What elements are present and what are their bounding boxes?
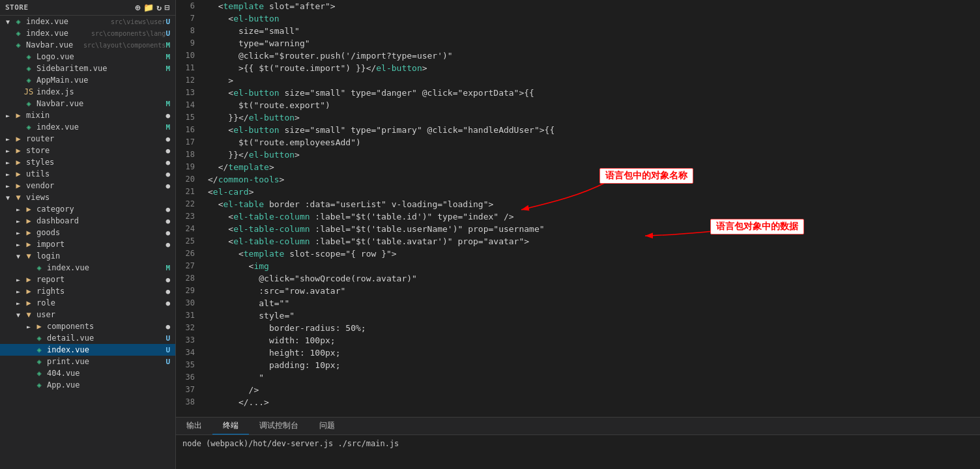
code-line-20: 20</common-tools>: [176, 173, 980, 186]
panel-tab-终端[interactable]: 终端: [212, 418, 249, 434]
tree-item-report[interactable]: ►▶report●: [0, 274, 175, 285]
arrow-closed: ►: [3, 159, 13, 166]
collapse-icon[interactable]: ⊟: [165, 3, 170, 12]
line-text: width: 100px;: [205, 334, 980, 347]
new-folder-icon[interactable]: 📁: [143, 3, 154, 12]
tree-item-index_vue[interactable]: ◈index.vuesrc\components\langU: [0, 27, 175, 39]
arrow-closed: ►: [13, 229, 23, 236]
arrow-closed: ►: [3, 112, 13, 119]
file-label: views: [26, 193, 175, 202]
code-line-38: 38 </...>: [176, 396, 980, 408]
tree-item-Navbar_vue[interactable]: ◈Navbar.vueM: [0, 98, 175, 109]
line-text: padding: 10px;: [205, 359, 980, 371]
refresh-icon[interactable]: ↻: [156, 3, 162, 12]
tree-item-Navbar_vue[interactable]: ◈Navbar.vuesrc\layout\componentsM: [0, 39, 175, 51]
file-label: vendor: [26, 181, 166, 190]
code-line-35: 35 padding: 10px;: [176, 359, 980, 371]
tree-item-category[interactable]: ►▶category●: [0, 203, 175, 215]
tree-item-Sidebaritem_vue[interactable]: ◈Sidebaritem.vueM: [0, 63, 175, 74]
badge-dot: ●: [166, 299, 170, 307]
file-label: dashboard: [36, 216, 166, 225]
line-text: <img: [205, 260, 980, 272]
code-line-7: 7 <el-button: [176, 12, 980, 25]
line-text: <template slot="after">: [205, 0, 980, 12]
tree-item-rights[interactable]: ►▶rights●: [0, 285, 175, 297]
line-text: alt="": [205, 297, 980, 309]
arrow-open: ▼: [13, 311, 23, 319]
tree-item-store[interactable]: ►▶store●: [0, 145, 175, 156]
code-line-24: 24 <el-table-column :label="$t('table.us…: [176, 223, 980, 235]
file-label: Navbar.vue: [36, 99, 166, 108]
panel-tab-输出[interactable]: 输出: [176, 418, 212, 434]
tree-item-import[interactable]: ►▶import●: [0, 238, 175, 250]
tree-item-goods[interactable]: ►▶goods●: [0, 227, 175, 238]
tree-item-App_vue[interactable]: ◈App.vue: [0, 379, 175, 391]
tree-item-AppMain_vue[interactable]: ◈AppMain.vue: [0, 74, 175, 86]
tree-item-dashboard[interactable]: ►▶dashboard●: [0, 215, 175, 227]
tree-item-styles[interactable]: ►▶styles●: [0, 156, 175, 168]
panel-content: node (webpack)/hot/dev-server.js ./src/m…: [176, 435, 980, 469]
panel-tab-调试控制台[interactable]: 调试控制台: [249, 418, 309, 434]
tree-item-Logo_vue[interactable]: ◈Logo.vueM: [0, 51, 175, 63]
tree-item-views[interactable]: ▼▼views: [0, 192, 175, 203]
file-label: Sidebaritem.vue: [36, 64, 166, 73]
tree-item-vendor[interactable]: ►▶vendor●: [0, 180, 175, 192]
store-header: STORE ⊕ 📁 ↻ ⊟: [0, 0, 175, 16]
line-number: 8: [176, 25, 205, 37]
file-icon: JS: [23, 87, 34, 96]
arrow-open: ▼: [3, 18, 13, 25]
line-number: 7: [176, 12, 205, 25]
code-editor[interactable]: 6 <template slot="after">7 <el-button8 s…: [176, 0, 980, 408]
code-line-31: 31 style=": [176, 309, 980, 322]
tree-item-user[interactable]: ▼▼user: [0, 309, 175, 320]
arrow-open: ▼: [13, 253, 23, 260]
tree-item-index_vue[interactable]: ◈index.vueM: [0, 262, 175, 274]
file-icon: ▼: [23, 310, 34, 319]
tree-item-index_vue[interactable]: ◈index.vueM: [0, 121, 175, 133]
arrow-closed: ►: [13, 241, 23, 248]
line-text: style=": [205, 309, 980, 322]
code-line-26: 26 <template slot-scope="{ row }">: [176, 248, 980, 260]
tree-item-components[interactable]: ►▶components●: [0, 320, 175, 332]
code-line-23: 23 <el-table-column :label="$t('table.id…: [176, 210, 980, 223]
file-icon: ◈: [34, 345, 44, 354]
badge-dot: ●: [166, 217, 170, 225]
line-number: 23: [176, 210, 205, 223]
line-number: 27: [176, 260, 205, 272]
tree-item-print_vue[interactable]: ◈print.vueU: [0, 356, 175, 367]
arrow-open: ▼: [3, 194, 13, 201]
file-icon: ◈: [34, 380, 44, 390]
line-number: 33: [176, 334, 205, 347]
arrow-closed: ►: [13, 218, 23, 225]
tree-item-role[interactable]: ►▶role●: [0, 297, 175, 309]
tree-item-index_vue[interactable]: ▼◈index.vuesrc\views\userU: [0, 16, 175, 27]
panel-tab-问题[interactable]: 问题: [309, 418, 345, 434]
store-actions: ⊕ 📁 ↻ ⊟: [136, 3, 170, 12]
code-line-34: 34 height: 100px;: [176, 347, 980, 359]
tree-item-detail_vue[interactable]: ◈detail.vueU: [0, 332, 175, 344]
code-line-15: 15 }}</el-button>: [176, 111, 980, 124]
file-icon: ▶: [13, 111, 23, 120]
line-text: :src="row.avatar": [205, 285, 980, 297]
tree-item-router[interactable]: ►▶router●: [0, 133, 175, 145]
line-number: 29: [176, 285, 205, 297]
bottom-panel: 输出终端调试控制台问题 node (webpack)/hot/dev-serve…: [176, 417, 980, 469]
file-label: rights: [36, 287, 166, 296]
tree-item-mixin[interactable]: ►▶mixin●: [0, 109, 175, 121]
file-label: index.vue: [26, 17, 108, 26]
line-text: <el-table-column :label="$t('table.avata…: [205, 235, 980, 248]
tree-item-utils[interactable]: ►▶utils●: [0, 168, 175, 180]
tree-item-login[interactable]: ▼▼login: [0, 250, 175, 262]
code-line-37: 37 />: [176, 384, 980, 396]
line-number: 22: [176, 198, 205, 210]
tree-item-index_js[interactable]: JSindex.js: [0, 86, 175, 98]
code-line-14: 14 $t("route.export"): [176, 99, 980, 111]
code-line-17: 17 $t("route.employeesAdd"): [176, 136, 980, 149]
file-label: Navbar.vue: [26, 40, 81, 50]
tree-item-404_vue[interactable]: ◈404.vue: [0, 367, 175, 379]
new-file-icon[interactable]: ⊕: [136, 3, 141, 12]
tree-item-index_vue[interactable]: ◈index.vueU: [0, 344, 175, 356]
line-number: 34: [176, 347, 205, 359]
file-icon: ▶: [13, 134, 23, 143]
line-number: 35: [176, 359, 205, 371]
